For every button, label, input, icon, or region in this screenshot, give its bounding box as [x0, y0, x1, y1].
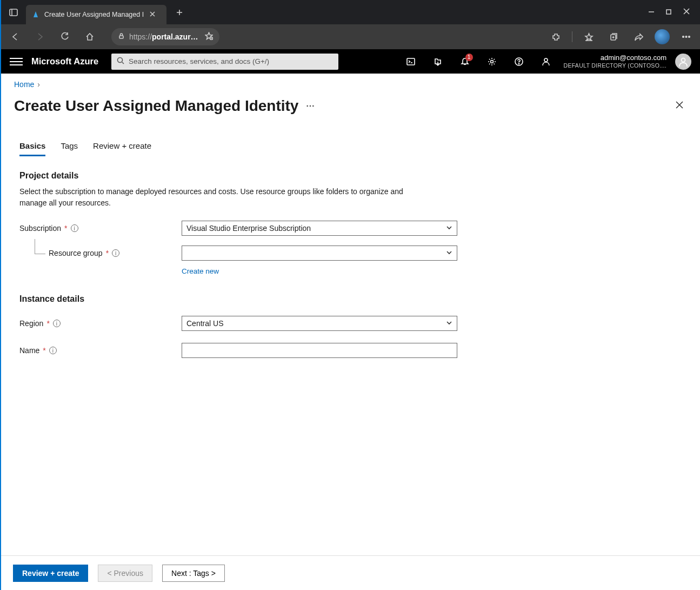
- region-value: Central US: [186, 319, 223, 328]
- more-actions-icon[interactable]: ⋯: [306, 101, 316, 111]
- azure-logo[interactable]: Microsoft Azure: [31, 56, 98, 67]
- settings-icon[interactable]: [483, 52, 501, 71]
- resource-group-select[interactable]: [182, 246, 457, 261]
- favorites-icon[interactable]: [580, 28, 597, 45]
- help-icon[interactable]: [510, 52, 528, 71]
- svg-point-28: [544, 58, 548, 62]
- extensions-icon[interactable]: [547, 28, 564, 45]
- resource-group-label: Resource group* i: [19, 249, 182, 257]
- cloud-shell-icon[interactable]: [402, 52, 420, 71]
- svg-point-18: [682, 36, 684, 38]
- svg-point-27: [518, 63, 519, 64]
- close-tab-icon[interactable]: [149, 11, 156, 19]
- azure-favicon-icon: [31, 10, 40, 19]
- feedback-icon[interactable]: [537, 52, 555, 71]
- browser-addressbar: https://portal.azur…: [1, 24, 700, 49]
- close-blade-icon[interactable]: [672, 96, 687, 115]
- browser-titlebar: Create User Assigned Managed I: [1, 0, 700, 24]
- url-text: https://portal.azur…: [129, 32, 198, 41]
- project-details-heading: Project details: [19, 171, 682, 181]
- home-button[interactable]: [81, 28, 98, 45]
- browser-profile-icon[interactable]: [655, 29, 670, 44]
- create-new-link[interactable]: Create new: [182, 267, 219, 275]
- blade-footer: Review + create < Previous Next : Tags >: [1, 555, 700, 590]
- subscription-select[interactable]: Visual Studio Enterprise Subscription: [182, 221, 457, 236]
- minimize-window-icon[interactable]: [648, 8, 655, 17]
- svg-rect-7: [666, 10, 671, 14]
- refresh-button[interactable]: [56, 28, 74, 45]
- back-button[interactable]: [6, 28, 24, 45]
- user-avatar[interactable]: [675, 54, 691, 70]
- browser-menu-icon[interactable]: [677, 28, 695, 45]
- toolbar-divider: [572, 31, 572, 42]
- breadcrumb-home[interactable]: Home: [14, 80, 34, 89]
- svg-point-25: [490, 60, 493, 63]
- svg-rect-0: [10, 9, 17, 16]
- name-label: Name* i: [19, 346, 182, 355]
- portal-menu-button[interactable]: [10, 58, 23, 65]
- notifications-icon[interactable]: 1: [456, 52, 474, 71]
- lock-icon: [118, 32, 125, 41]
- azure-topbar: Microsoft Azure Search resources, servic…: [1, 49, 700, 74]
- subscription-label: Subscription* i: [19, 224, 182, 233]
- region-label: Region* i: [19, 319, 182, 328]
- breadcrumb: Home ›: [14, 80, 687, 89]
- user-account[interactable]: admin@contoso.com DEFAULT DIRECTORY (CON…: [564, 54, 666, 69]
- instance-details-heading: Instance details: [19, 294, 682, 304]
- search-input[interactable]: Search resources, services, and docs (G+…: [111, 54, 338, 70]
- project-details-desc: Select the subscription to manage deploy…: [19, 186, 430, 209]
- region-select[interactable]: Central US: [182, 316, 457, 331]
- svg-rect-10: [119, 36, 123, 38]
- favorite-icon[interactable]: [205, 32, 213, 42]
- share-icon[interactable]: [630, 28, 647, 45]
- forward-button[interactable]: [31, 28, 49, 45]
- chevron-down-icon: [446, 224, 452, 233]
- svg-point-20: [688, 36, 690, 38]
- info-icon[interactable]: i: [53, 320, 61, 327]
- user-directory: DEFAULT DIRECTORY (CONTOSO....: [564, 62, 666, 69]
- chevron-right-icon: ›: [37, 80, 40, 89]
- new-tab-button[interactable]: [172, 5, 187, 20]
- page-title: Create User Assigned Managed Identity: [14, 97, 298, 115]
- review-create-button[interactable]: Review + create: [13, 565, 88, 582]
- svg-rect-23: [407, 58, 415, 65]
- svg-line-22: [122, 62, 124, 64]
- tab-title: Create User Assigned Managed I: [44, 11, 144, 18]
- previous-button: < Previous: [98, 565, 152, 582]
- info-icon[interactable]: i: [71, 224, 78, 232]
- search-placeholder: Search resources, services, and docs (G+…: [129, 57, 269, 65]
- tab-actions-icon[interactable]: [5, 4, 22, 21]
- info-icon[interactable]: i: [49, 347, 57, 354]
- name-input[interactable]: [182, 343, 457, 358]
- subscription-value: Visual Studio Enterprise Subscription: [186, 224, 311, 233]
- collections-icon[interactable]: [605, 28, 622, 45]
- blade-content: Home › Create User Assigned Managed Iden…: [1, 74, 700, 555]
- user-email: admin@contoso.com: [564, 54, 666, 62]
- svg-point-19: [685, 36, 687, 38]
- notification-badge: 1: [465, 54, 473, 61]
- maximize-window-icon[interactable]: [665, 8, 672, 17]
- search-icon: [117, 57, 124, 66]
- form-tabs: Basics Tags Review + create: [19, 141, 682, 157]
- tab-tags[interactable]: Tags: [61, 141, 78, 156]
- svg-point-21: [118, 58, 123, 63]
- next-button[interactable]: Next : Tags >: [162, 565, 225, 582]
- close-window-icon[interactable]: [683, 8, 690, 17]
- chevron-down-icon: [446, 249, 452, 257]
- info-icon[interactable]: i: [112, 249, 119, 257]
- tab-basics[interactable]: Basics: [19, 141, 45, 156]
- browser-tab[interactable]: Create User Assigned Managed I: [26, 5, 166, 24]
- tab-review[interactable]: Review + create: [93, 141, 151, 156]
- directories-icon[interactable]: [429, 52, 447, 71]
- url-box[interactable]: https://portal.azur…: [111, 28, 219, 45]
- svg-point-29: [682, 58, 685, 62]
- chevron-down-icon: [446, 319, 452, 328]
